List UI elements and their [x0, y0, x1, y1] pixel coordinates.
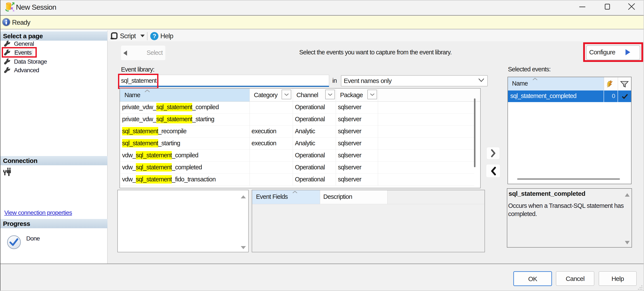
svg-text:?: ?	[152, 33, 156, 39]
